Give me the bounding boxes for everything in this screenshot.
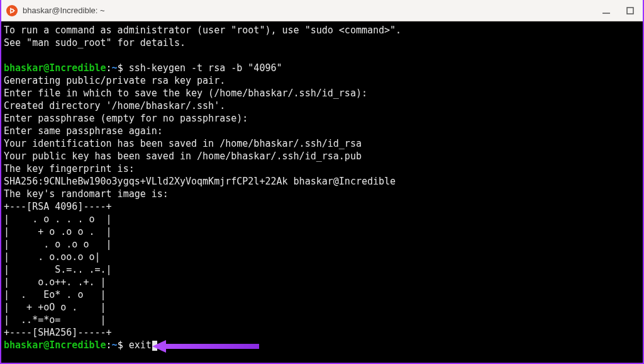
terminal[interactable]: To run a command as administrator (user …: [1, 21, 643, 363]
minimize-button[interactable]: [601, 6, 611, 16]
output-line: SHA256:9CNLheBw190o3ygqs+VLld2XyVoqmKmjr…: [4, 176, 396, 187]
prompt-sep: :: [106, 62, 112, 74]
prompt-userhost: bhaskar@Incredible: [4, 339, 106, 351]
output-line: The key fingerprint is:: [4, 163, 135, 174]
window-title: bhaskar@Incredible: ~: [23, 6, 105, 15]
prompt-sep: :: [106, 339, 112, 351]
prompt-path: ~: [112, 339, 118, 351]
randomart-line: +---[RSA 4096]----+: [4, 201, 112, 212]
maximize-button[interactable]: [625, 6, 635, 16]
titlebar[interactable]: bhaskar@Incredible: ~: [1, 0, 643, 21]
command-text: exit: [123, 339, 152, 351]
prompt-dollar: $: [118, 339, 123, 351]
randomart-line: | + +oO o . |: [4, 302, 106, 313]
randomart-line: | . o.oo.o o|: [4, 251, 101, 263]
output-line: Enter file in which to save the key (/ho…: [4, 88, 367, 99]
svg-point-1: [13, 9, 14, 11]
cursor: [152, 341, 157, 351]
output-line: Enter same passphrase again:: [4, 125, 163, 137]
svg-rect-5: [627, 8, 633, 14]
randomart-line: | . o .o o |: [4, 239, 112, 250]
output-line: Created directory '/home/bhaskar/.ssh'.: [4, 100, 225, 111]
window-frame: bhaskar@Incredible: ~ To run a command a…: [0, 0, 644, 364]
output-line: To run a command as administrator (user …: [4, 25, 401, 36]
randomart-line: | . Eo* . o |: [4, 289, 106, 300]
randomart-line: +----[SHA256]-----+: [4, 327, 112, 338]
randomart-line: | . o . . . o |: [4, 213, 112, 225]
svg-point-0: [11, 9, 14, 12]
command-text: ssh-keygen -t rsa -b "4096": [123, 62, 282, 74]
output-line: See "man sudo_root" for details.: [4, 37, 186, 48]
output-line: Your public key has been saved in /home/…: [4, 151, 362, 162]
svg-point-2: [10, 8, 11, 9]
prompt-path: ~: [112, 62, 118, 74]
randomart-line: | ..*=*o= |: [4, 314, 106, 326]
randomart-line: | S.=.. .=.|: [4, 264, 112, 275]
output-line: Your identification has been saved in /h…: [4, 138, 362, 149]
prompt-dollar: $: [118, 62, 123, 74]
prompt-userhost: bhaskar@Incredible: [4, 62, 106, 74]
ubuntu-icon: [6, 5, 18, 16]
svg-point-3: [10, 12, 11, 13]
randomart-line: | o.o++. .+. |: [4, 276, 106, 288]
output-line: Generating public/private rsa key pair.: [4, 75, 225, 86]
randomart-line: | + o .o o . |: [4, 226, 112, 237]
output-line: The key's randomart image is:: [4, 188, 169, 200]
window-controls: [601, 6, 635, 16]
output-line: Enter passphrase (empty for no passphras…: [4, 113, 248, 124]
